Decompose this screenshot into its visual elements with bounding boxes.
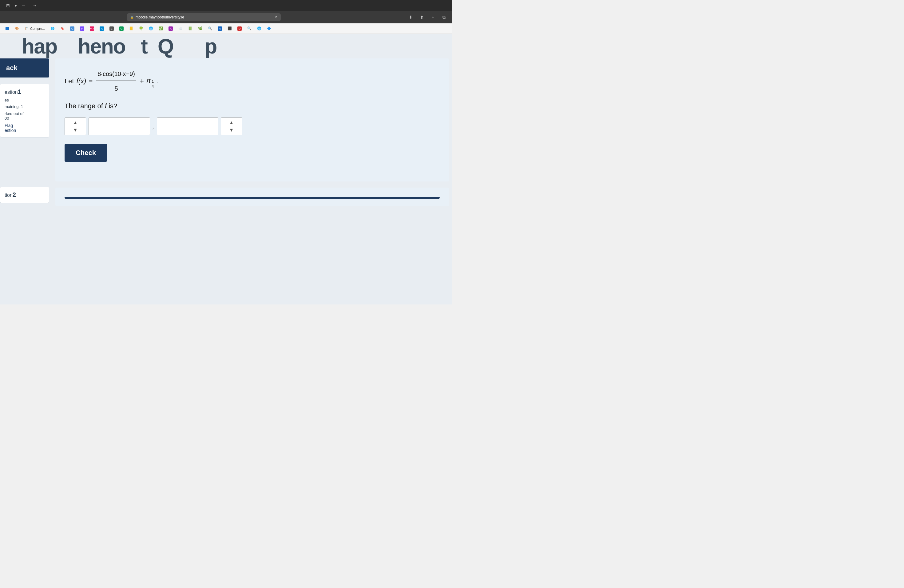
check-button[interactable]: Check xyxy=(65,144,107,162)
question1-meta: es maining: 1 xyxy=(5,97,44,110)
bookmark-g3[interactable]: 🌐 xyxy=(254,25,264,32)
right-value-input[interactable] xyxy=(157,117,218,135)
main-content-column: Let f(x) = 8·cos(10·x−9) 5 + π14 . The r… xyxy=(52,58,452,206)
range-is: is? xyxy=(109,102,117,110)
bookmark-d[interactable]: D xyxy=(235,25,244,32)
bookmark-g2[interactable]: 🔍 xyxy=(245,25,254,32)
exp-numerator: 1 xyxy=(151,79,155,84)
bookmark-bookmark[interactable]: 🔖 xyxy=(58,25,67,32)
left-bracket-arrows: ▲ ▼ xyxy=(73,120,78,133)
share-icon[interactable]: ⬆ xyxy=(417,13,426,22)
question1-info-card: estion1 es maining: 1 rked out of 00 Fla… xyxy=(0,84,49,138)
bookmark-ms-icon[interactable]: 🟦 xyxy=(2,25,12,32)
d-icon: D xyxy=(237,27,242,31)
fraction-numerator: 8·cos(10·x−9) xyxy=(96,68,136,81)
flag-sub: estion xyxy=(5,128,44,133)
range-question-text: The range of f is? xyxy=(65,102,440,110)
omnibar[interactable]: 🔒 moodle.maynoothuniversity.ie ↺ xyxy=(127,13,281,21)
bookmark-search[interactable]: 🔍 xyxy=(205,25,215,32)
question1-number: 1 xyxy=(18,88,21,95)
page-area: hap heno t Q p ack estion1 es maining: 1… xyxy=(0,34,452,305)
bookmark-plant[interactable]: 🌿 xyxy=(196,25,205,32)
bookmark-cloud[interactable]: ☁️ xyxy=(176,25,185,32)
bookmark-check[interactable]: ✅ xyxy=(156,25,166,32)
leaf-icon: 📗 xyxy=(188,27,193,30)
right-bracket-spinner[interactable]: ▲ ▼ xyxy=(221,117,242,135)
new-tab-icon[interactable]: ＋ xyxy=(428,13,437,22)
bookmark-1[interactable]: 1 xyxy=(107,25,116,32)
g3-icon: 🌐 xyxy=(257,27,261,30)
bookmark-leaf[interactable]: 📗 xyxy=(186,25,195,32)
question1-content-area: Let f(x) = 8·cos(10·x−9) 5 + π14 . The r… xyxy=(55,58,449,182)
sidebar-toggle[interactable]: ⊞ xyxy=(4,1,12,10)
bookmark-a2[interactable]: A xyxy=(166,25,175,32)
math-formula-display: Let f(x) = 8·cos(10·x−9) 5 + π14 . xyxy=(65,68,440,95)
globe-icon: 🌐 xyxy=(51,27,55,31)
left-arrow-down: ▼ xyxy=(73,127,78,133)
bookmark-g[interactable]: G xyxy=(117,25,126,32)
left-arrow-up: ▲ xyxy=(73,120,78,125)
bookmark-globe[interactable]: 🌐 xyxy=(48,25,57,32)
answer-input-row: ▲ ▼ , ▲ ▼ xyxy=(65,117,440,135)
question2-label-text: tion xyxy=(5,193,13,198)
back-button[interactable]: ack xyxy=(0,58,49,77)
globe2-icon: 🌐 xyxy=(149,27,153,30)
bookmark-globe2[interactable]: 🌐 xyxy=(146,25,156,32)
left-value-input[interactable] xyxy=(89,117,150,135)
flag-label: Flag xyxy=(5,123,44,128)
marked-out-text: rked out of 00 xyxy=(5,111,44,120)
question1-label: estion1 xyxy=(5,88,44,95)
sidebar-spacer xyxy=(0,141,49,187)
bookmark-notion[interactable]: 📒 xyxy=(127,25,136,32)
forward-nav-button[interactable]: → xyxy=(30,1,39,10)
search-icon: 🔍 xyxy=(208,27,212,30)
url-text: moodle.maynoothuniversity.ie xyxy=(136,15,184,19)
flag-question-link[interactable]: Flag estion xyxy=(5,123,44,133)
fraction-denominator: 5 xyxy=(114,82,119,95)
bookmark-a3[interactable]: A xyxy=(215,25,224,32)
ms-icon: 🟦 xyxy=(5,27,9,31)
p-icon: P xyxy=(80,27,84,31)
notion-icon: 📒 xyxy=(129,27,133,30)
a2-icon: A xyxy=(169,27,173,31)
bookmark-a1[interactable]: A xyxy=(97,25,106,32)
question2-number: 2 xyxy=(13,191,16,198)
intro-text: Let xyxy=(65,74,74,88)
bookmark-clover[interactable]: 🍀 xyxy=(136,25,146,32)
main-fraction: 8·cos(10·x−9) 5 xyxy=(96,68,136,95)
bookmark-p[interactable]: P xyxy=(77,25,87,32)
bookmark-icon: 🔖 xyxy=(60,27,65,31)
g-icon: G xyxy=(119,27,123,31)
download-icon[interactable]: ⬇ xyxy=(406,13,415,22)
marked-out-value: 00 xyxy=(5,116,9,120)
tabs-icon[interactable]: ⧉ xyxy=(440,13,448,22)
a3-icon: A xyxy=(218,27,222,31)
bookmark-compre-label: Compre... xyxy=(30,27,45,30)
bookmark-compre[interactable]: 📋 Compre... xyxy=(22,25,47,32)
bookmarks-bar: 🟦 🎨 📋 Compre... 🌐 🔖 C P PQ A 1 G 📒 🍀 🌐 ✅ xyxy=(0,24,452,34)
cloud-icon: ☁️ xyxy=(179,27,183,30)
square-icon: ⬛ xyxy=(228,27,232,30)
bookmark-square[interactable]: ⬛ xyxy=(225,25,234,32)
bookmark-c[interactable]: C xyxy=(68,25,77,32)
back-nav-button[interactable]: ← xyxy=(19,1,28,10)
range-intro: The range of xyxy=(65,102,103,110)
bookmark-pq[interactable]: PQ xyxy=(87,25,96,32)
last-icon: 🔷 xyxy=(267,27,271,30)
left-bracket-spinner[interactable]: ▲ ▼ xyxy=(65,117,86,135)
clover-icon: 🍀 xyxy=(139,27,143,30)
question2-content-area xyxy=(55,188,449,206)
bookmark-colorful[interactable]: 🎨 xyxy=(12,25,22,32)
question2-label: tion2 xyxy=(5,191,44,198)
marked-out-label: rked out of xyxy=(5,111,24,116)
reload-icon[interactable]: ↺ xyxy=(275,15,278,19)
range-f: f xyxy=(105,102,107,110)
one-icon: 1 xyxy=(109,27,114,31)
equals-sign: = xyxy=(89,74,93,88)
question2-info-card: tion2 xyxy=(0,187,49,203)
right-arrow-up: ▲ xyxy=(229,120,234,125)
check-icon: ✅ xyxy=(159,27,163,30)
bookmark-last[interactable]: 🔷 xyxy=(264,25,273,32)
question1-meta-line2: maining: 1 xyxy=(5,104,44,110)
sidebar-panel: ack estion1 es maining: 1 rked out of 00… xyxy=(0,58,52,206)
